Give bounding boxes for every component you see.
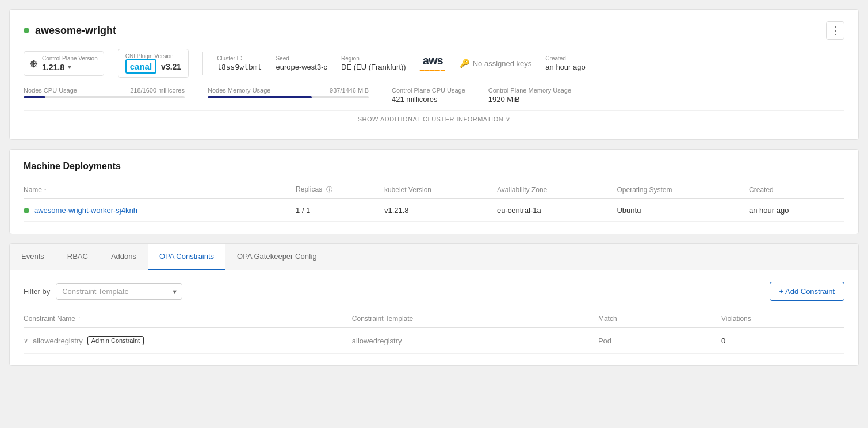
cp-memory-metric: Control Plane Memory Usage 1920 MiB bbox=[488, 87, 571, 104]
constraint-name-sort-icon: ↑ bbox=[77, 315, 81, 323]
show-more-button[interactable]: SHOW ADDITIONAL CLUSTER INFORMATION ∨ bbox=[24, 110, 844, 128]
nodes-cpu-bar-fill bbox=[24, 96, 45, 98]
expand-chevron-icon[interactable]: ∨ bbox=[24, 337, 28, 345]
k8s-icon: ⎈ bbox=[30, 56, 37, 71]
tab-events[interactable]: Events bbox=[10, 244, 56, 270]
aws-logo: aws ▬▬▬▬▬ bbox=[420, 54, 446, 72]
opa-col-name[interactable]: Constraint Name ↑ bbox=[24, 310, 352, 328]
ssh-keys-block: 🔑 No assigned keys bbox=[460, 59, 532, 68]
cp-cpu-label: Control Plane CPU Usage bbox=[392, 87, 465, 94]
created-block: Created an hour ago bbox=[545, 55, 585, 71]
constraint-match-text: Pod bbox=[598, 337, 611, 345]
constraint-template-filter[interactable]: Constraint Template bbox=[56, 283, 182, 300]
opa-constraints-content: Filter by Constraint Template ▼ + Add Co… bbox=[10, 270, 858, 365]
created-label: Created bbox=[545, 55, 585, 62]
cp-memory-value: 1920 MiB bbox=[488, 95, 571, 104]
tab-opa-gatekeeper[interactable]: OPA Gatekeeper Config bbox=[225, 244, 328, 270]
md-col-created: Created bbox=[749, 181, 844, 199]
nodes-cpu-label: Nodes CPU Usage bbox=[24, 87, 77, 94]
md-col-az: Availability Zone bbox=[497, 181, 617, 199]
key-icon: 🔑 bbox=[460, 59, 469, 68]
divider bbox=[202, 52, 203, 75]
replicas-info-icon: ⓘ bbox=[326, 186, 332, 193]
status-indicator bbox=[24, 28, 29, 33]
nodes-cpu-bar-bg bbox=[24, 96, 185, 98]
worker-os: Ubuntu bbox=[617, 199, 749, 222]
opa-col-violations: Violations bbox=[721, 310, 844, 328]
seed-value: europe-west3-c bbox=[276, 63, 327, 71]
cp-cpu-value: 421 millicores bbox=[392, 95, 465, 104]
machine-deployments-table: Name ↑ Replicas ⓘ kubelet Version Availa… bbox=[24, 181, 844, 222]
cp-memory-label: Control Plane Memory Usage bbox=[488, 87, 571, 94]
md-col-replicas[interactable]: Replicas ⓘ bbox=[296, 181, 384, 199]
region-block: Region DE (EU (Frankfurt)) bbox=[341, 55, 406, 71]
cluster-name: awesome-wright bbox=[35, 25, 116, 37]
control-plane-version-block[interactable]: ⎈ Control Plane Version 1.21.8 ▼ bbox=[24, 51, 104, 76]
constraint-violations-cell: 0 bbox=[721, 328, 844, 354]
tab-addons[interactable]: Addons bbox=[100, 244, 148, 270]
opa-constraints-table: Constraint Name ↑ Constraint Template Ma… bbox=[24, 310, 844, 354]
seed-label: Seed bbox=[276, 55, 327, 62]
constraint-match-cell: Pod bbox=[598, 328, 721, 354]
worker-created: an hour ago bbox=[749, 199, 844, 222]
list-item: ∨ allowedregistry Admin Constraint allow… bbox=[24, 328, 844, 354]
worker-status-dot bbox=[24, 208, 29, 213]
cp-version-chevron: ▼ bbox=[67, 64, 72, 70]
opa-col-match: Match bbox=[598, 310, 721, 328]
worker-name-cell[interactable]: awesome-wright-worker-sj4knh bbox=[24, 199, 296, 222]
filter-label: Filter by bbox=[24, 287, 50, 296]
tabs-header: Events RBAC Addons OPA Constraints OPA G… bbox=[10, 244, 858, 270]
worker-name[interactable]: awesome-wright-worker-sj4knh bbox=[34, 206, 137, 215]
worker-az: eu-central-1a bbox=[497, 199, 617, 222]
cluster-id-label: Cluster ID bbox=[217, 55, 262, 62]
cni-label: CNI Plugin Version bbox=[125, 53, 181, 59]
tab-opa-constraints[interactable]: OPA Constraints bbox=[148, 244, 225, 270]
worker-kubelet: v1.21.8 bbox=[384, 199, 497, 222]
admin-constraint-badge: Admin Constraint bbox=[87, 336, 144, 345]
nodes-memory-bar-fill bbox=[208, 96, 312, 98]
nodes-memory-label: Nodes Memory Usage bbox=[208, 87, 270, 94]
table-row: awesome-wright-worker-sj4knh 1 / 1 v1.21… bbox=[24, 199, 844, 222]
tab-rbac[interactable]: RBAC bbox=[56, 244, 100, 270]
canal-logo: canal bbox=[125, 59, 156, 74]
worker-replicas: 1 / 1 bbox=[296, 199, 384, 222]
region-value: DE (EU (Frankfurt)) bbox=[341, 63, 406, 71]
md-col-kubelet: kubelet Version bbox=[384, 181, 497, 199]
constraint-name-text: allowedregistry bbox=[33, 337, 83, 345]
name-sort-icon: ↑ bbox=[44, 187, 47, 193]
cni-version-block: CNI Plugin Version canal v3.21 bbox=[118, 49, 189, 78]
seed-block: Seed europe-west3-c bbox=[276, 55, 327, 71]
constraint-template-text: allowedregistry bbox=[352, 337, 402, 345]
cp-version-value: 1.21.8 bbox=[42, 63, 64, 72]
constraint-violations-text: 0 bbox=[721, 337, 725, 345]
nodes-memory-value: 937/1446 MiB bbox=[330, 87, 369, 94]
md-col-os: Operating System bbox=[617, 181, 749, 199]
cluster-id-value: l8ss9wlbmt bbox=[217, 63, 262, 71]
cni-version-value: v3.21 bbox=[161, 62, 181, 71]
nodes-cpu-value: 218/1600 millicores bbox=[130, 87, 185, 94]
created-value: an hour ago bbox=[545, 63, 585, 71]
machine-deployments-title: Machine Deployments bbox=[24, 161, 844, 171]
constraint-template-cell: allowedregistry bbox=[352, 328, 598, 354]
cp-version-label: Control Plane Version bbox=[42, 55, 98, 62]
opa-col-template: Constraint Template bbox=[352, 310, 598, 328]
cluster-id-block: Cluster ID l8ss9wlbmt bbox=[217, 55, 262, 71]
nodes-memory-metric: Nodes Memory Usage 937/1446 MiB bbox=[208, 87, 369, 98]
constraint-name-cell: ∨ allowedregistry Admin Constraint bbox=[24, 328, 352, 354]
nodes-cpu-metric: Nodes CPU Usage 218/1600 millicores bbox=[24, 87, 185, 98]
add-constraint-button[interactable]: + Add Constraint bbox=[770, 282, 844, 301]
md-col-name[interactable]: Name ↑ bbox=[24, 181, 296, 199]
cp-cpu-metric: Control Plane CPU Usage 421 millicores bbox=[392, 87, 465, 104]
show-more-chevron: ∨ bbox=[506, 116, 511, 123]
nodes-memory-bar-bg bbox=[208, 96, 369, 98]
cluster-menu-button[interactable]: ⋮ bbox=[826, 21, 844, 40]
ssh-keys-label: No assigned keys bbox=[473, 59, 532, 68]
region-label: Region bbox=[341, 55, 406, 62]
